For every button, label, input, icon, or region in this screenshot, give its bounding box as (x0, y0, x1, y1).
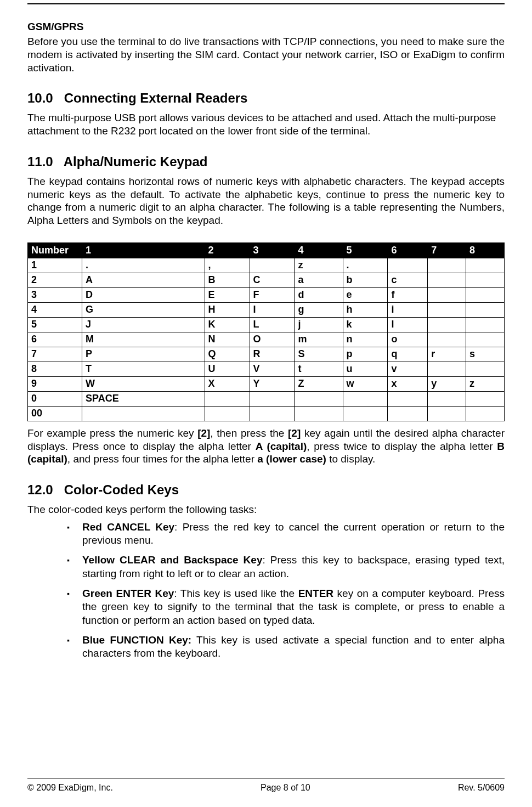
table-cell (295, 391, 343, 406)
table-cell: p (343, 347, 388, 362)
table-cell (250, 406, 295, 421)
table-row: 00 (28, 406, 505, 421)
table-row: 4GHIghi (28, 302, 505, 317)
txt: : (262, 554, 270, 566)
key-name: Blue FUNCTION Key: (82, 634, 191, 646)
key-name: Red CANCEL Key (82, 521, 174, 533)
txt: , and press four times for the alpha let… (67, 453, 257, 465)
footer-right: Rev. 5/0609 (458, 783, 505, 793)
th: 5 (343, 242, 388, 258)
table-cell: 0 (28, 391, 82, 406)
table-cell: f (388, 287, 428, 302)
table-cell: e (343, 287, 388, 302)
table-cell: 00 (28, 406, 82, 421)
table-cell (82, 406, 205, 421)
gsm-body: Before you use the terminal to do live t… (27, 35, 505, 74)
key-name: Yellow CLEAR and Backspace Key (82, 554, 262, 566)
th: 6 (388, 242, 428, 258)
table-cell (428, 391, 466, 406)
table-cell: L (250, 317, 295, 332)
th: 8 (466, 242, 505, 258)
table-cell (466, 332, 505, 347)
section-10-body: The multi-purpose USB port allows variou… (27, 111, 505, 138)
table-row: 7PQRSpqrs (28, 347, 505, 362)
txt: to display. (326, 453, 375, 465)
table-cell (428, 273, 466, 287)
table-cell: z (466, 376, 505, 391)
table-cell: o (388, 332, 428, 347)
table-cell: 1 (28, 258, 82, 273)
table-cell: t (295, 362, 343, 376)
table-cell: z (295, 258, 343, 273)
table-cell: Z (295, 376, 343, 391)
table-row: 0SPACE (28, 391, 505, 406)
table-cell (388, 406, 428, 421)
table-cell: 3 (28, 287, 82, 302)
txt-bold: ENTER (298, 588, 333, 599)
table-cell: F (250, 287, 295, 302)
table-cell: x (388, 376, 428, 391)
table-cell (295, 406, 343, 421)
table-cell (428, 317, 466, 332)
table-cell: 4 (28, 302, 82, 317)
section-11-title: Alpha/Numeric Keypad (64, 154, 208, 169)
table-cell: w (343, 376, 388, 391)
table-cell: q (388, 347, 428, 362)
table-cell: W (82, 376, 205, 391)
table-cell: 7 (28, 347, 82, 362)
section-11-number: 11.0 (27, 154, 60, 170)
table-cell (466, 302, 505, 317)
table-cell: D (82, 287, 205, 302)
table-cell: E (205, 287, 250, 302)
table-cell (388, 391, 428, 406)
table-cell (205, 391, 250, 406)
table-cell (428, 406, 466, 421)
table-cell: 2 (28, 273, 82, 287)
table-cell (428, 258, 466, 273)
txt-bold: [2] (197, 427, 210, 439)
table-cell (388, 258, 428, 273)
txt: : (174, 588, 180, 599)
section-10-title: Connecting External Readers (64, 91, 248, 105)
section-11-body: The keypad contains horizontal rows of n… (27, 175, 505, 227)
section-11-example: For example press the numeric key [2], t… (27, 427, 505, 466)
table-cell: v (388, 362, 428, 376)
table-cell: n (343, 332, 388, 347)
color-keys-list: Red CANCEL Key: Press the red key to can… (27, 521, 505, 661)
txt: : (174, 521, 183, 533)
th: 2 (205, 242, 250, 258)
table-cell: c (388, 273, 428, 287)
section-12-intro: The color-coded keys perform the followi… (27, 503, 505, 516)
footer-left: © 2009 ExaDigm, Inc. (27, 783, 113, 793)
table-header-row: Number 1 2 3 4 5 6 7 8 (28, 242, 505, 258)
txt (191, 634, 196, 646)
table-cell: y (428, 376, 466, 391)
table-cell: k (343, 317, 388, 332)
table-cell: m (295, 332, 343, 347)
list-item: Red CANCEL Key: Press the red key to can… (67, 521, 505, 548)
table-row: 9WXYZwxyz (28, 376, 505, 391)
table-cell (250, 258, 295, 273)
table-cell (343, 391, 388, 406)
table-cell (250, 391, 295, 406)
page-header: XD2500 User Guide (27, 0, 505, 4)
table-cell: a (295, 273, 343, 287)
table-cell (466, 273, 505, 287)
txt: , press twice to display the alpha lette… (307, 441, 497, 452)
table-cell: K (205, 317, 250, 332)
table-cell: J (82, 317, 205, 332)
table-cell (343, 406, 388, 421)
table-row: 1.,z. (28, 258, 505, 273)
section-11-heading: 11.0 Alpha/Numeric Keypad (27, 154, 505, 170)
table-cell: G (82, 302, 205, 317)
list-item: Yellow CLEAR and Backspace Key: Press th… (67, 554, 505, 580)
table-cell (466, 362, 505, 376)
table-cell: 5 (28, 317, 82, 332)
table-row: 8TUVtuv (28, 362, 505, 376)
section-12-heading: 12.0 Color-Coded Keys (27, 482, 505, 498)
table-cell: O (250, 332, 295, 347)
table-cell: r (428, 347, 466, 362)
table-cell: . (82, 258, 205, 273)
th: Number (28, 242, 82, 258)
table-cell: , (205, 258, 250, 273)
